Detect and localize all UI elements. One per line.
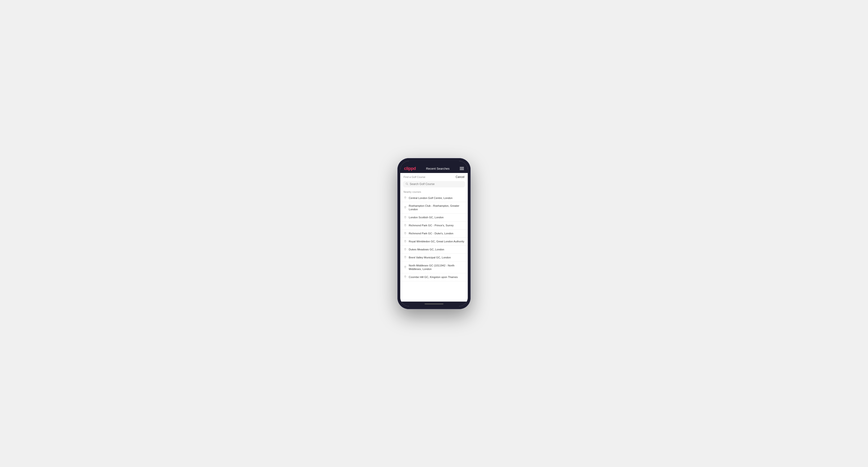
course-name: Royal Wimbledon GC, Great London Authori… [409, 240, 464, 243]
content-area: Find a Golf Course Cancel Nearby courses [400, 173, 468, 302]
svg-point-5 [405, 225, 406, 225]
svg-line-1 [407, 184, 408, 185]
search-input[interactable] [410, 182, 463, 186]
list-item[interactable]: Dukes Meadows GC, London [400, 246, 468, 254]
home-bar [425, 304, 443, 304]
pin-icon [404, 232, 407, 235]
list-item[interactable]: Richmond Park GC - Prince's, Surrey [400, 222, 468, 229]
pin-icon [404, 256, 407, 259]
list-item[interactable]: Coombe Hill GC, Kingston upon Thames [400, 273, 468, 281]
course-name: London Scottish GC, London [409, 216, 444, 219]
pin-icon [404, 275, 407, 279]
cancel-button[interactable]: Cancel [456, 175, 464, 179]
search-box [403, 181, 465, 187]
svg-point-9 [405, 257, 406, 257]
phone-frame: clippd Recent Searches Find a Golf Cours… [397, 158, 471, 309]
svg-point-8 [405, 249, 406, 249]
svg-point-7 [405, 241, 406, 241]
course-name: Brent Valley Municipal GC, London [409, 256, 451, 259]
status-bar [400, 161, 468, 164]
home-indicator [400, 302, 468, 306]
course-name: North Middlesex GC (1011942 - North Midd… [409, 264, 464, 271]
app-logo: clippd [404, 166, 416, 171]
list-item[interactable]: Royal Wimbledon GC, Great London Authori… [400, 238, 468, 246]
list-item[interactable]: Richmond Park GC - Duke's, London [400, 229, 468, 238]
list-item[interactable]: Central London Golf Centre, London [400, 194, 468, 202]
phone-screen: clippd Recent Searches Find a Golf Cours… [400, 161, 468, 306]
find-label: Find a Golf Course [404, 176, 425, 178]
list-item[interactable]: Brent Valley Municipal GC, London [400, 254, 468, 262]
svg-point-4 [405, 217, 406, 217]
course-name: Richmond Park GC - Duke's, London [409, 232, 453, 235]
svg-point-0 [406, 183, 408, 185]
course-name: Dukes Meadows GC, London [409, 248, 444, 251]
menu-icon[interactable] [460, 167, 464, 170]
course-name: Central London Golf Centre, London [409, 196, 453, 200]
pin-icon [404, 196, 407, 199]
pin-icon [404, 224, 407, 227]
svg-point-3 [405, 207, 406, 208]
pin-icon [404, 266, 407, 269]
list-item[interactable]: London Scottish GC, London [400, 214, 468, 222]
svg-point-2 [405, 197, 406, 198]
pin-icon [404, 216, 407, 219]
course-name: Coombe Hill GC, Kingston upon Thames [409, 275, 458, 279]
svg-point-10 [405, 267, 406, 267]
course-name: Richmond Park GC - Prince's, Surrey [409, 224, 454, 227]
course-list: Central London Golf Centre, London Roeha… [400, 194, 468, 302]
nav-title: Recent Searches [426, 167, 450, 170]
svg-point-6 [405, 233, 406, 234]
pin-icon [404, 248, 407, 251]
pin-icon [404, 206, 407, 209]
nav-bar: clippd Recent Searches [400, 164, 468, 173]
nearby-section-label: Nearby courses [400, 189, 468, 194]
list-item[interactable]: North Middlesex GC (1011942 - North Midd… [400, 262, 468, 273]
svg-point-11 [405, 276, 406, 277]
search-icon [405, 182, 408, 186]
find-header: Find a Golf Course Cancel [400, 173, 468, 180]
list-item[interactable]: Roehampton Club - Roehampton, Greater Lo… [400, 202, 468, 214]
course-name: Roehampton Club - Roehampton, Greater Lo… [409, 204, 464, 211]
pin-icon [404, 240, 407, 243]
